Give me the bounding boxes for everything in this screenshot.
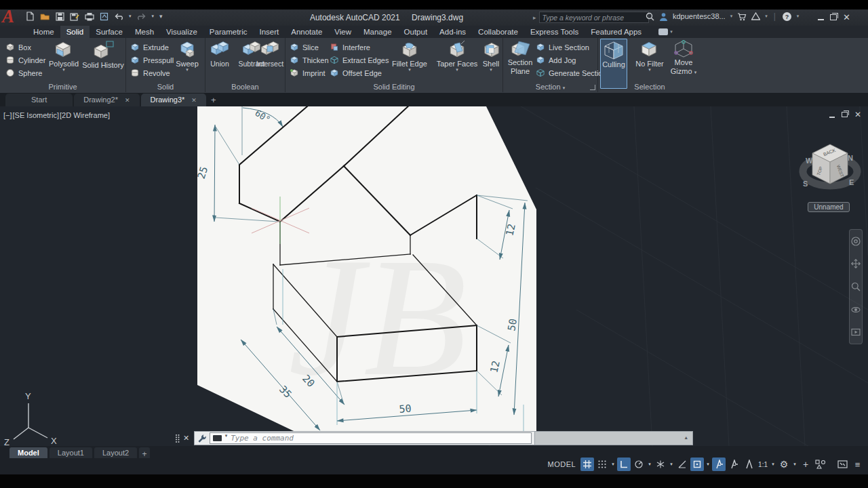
navigation-bar[interactable] bbox=[849, 229, 863, 344]
orbit-icon[interactable] bbox=[851, 305, 861, 314]
generate-section-button[interactable]: Generate Section bbox=[536, 66, 607, 79]
tab-surface[interactable]: Surface bbox=[90, 26, 129, 38]
tab-express-tools[interactable]: Express Tools bbox=[524, 26, 585, 38]
annotation-scale-icon-button[interactable] bbox=[742, 458, 755, 471]
shell-button[interactable]: Shell bbox=[479, 40, 502, 72]
panel-title-solid-editing[interactable]: Solid Editing bbox=[285, 83, 502, 91]
undo-dropdown-caret[interactable]: ▾ bbox=[129, 14, 132, 19]
command-history-area[interactable] bbox=[535, 431, 693, 445]
close-icon[interactable] bbox=[191, 94, 197, 107]
tab-collaborate[interactable]: Collaborate bbox=[472, 26, 524, 38]
help-icon[interactable]: ? bbox=[782, 12, 792, 22]
extract-edges-button[interactable]: Extract Edges bbox=[330, 54, 389, 66]
polysolid-button[interactable]: Polysolid bbox=[45, 40, 83, 72]
open-folder-icon[interactable] bbox=[40, 12, 50, 21]
revolve-button[interactable]: Revolve bbox=[130, 66, 174, 79]
section-dialog-launcher-icon[interactable] bbox=[590, 85, 595, 90]
file-tab-start[interactable]: Start bbox=[5, 94, 73, 106]
object-snap-toggle[interactable] bbox=[690, 458, 704, 471]
panel-title-section[interactable]: Section bbox=[503, 83, 597, 91]
file-tab-drawing2[interactable]: Drawing2* bbox=[74, 94, 139, 106]
no-filter-button[interactable]: No Filter bbox=[632, 40, 667, 72]
snap-dropdown-caret[interactable] bbox=[610, 462, 616, 467]
box-button[interactable]: Box bbox=[5, 41, 45, 54]
tab-model[interactable]: Model bbox=[9, 447, 47, 458]
save-icon[interactable] bbox=[56, 12, 64, 21]
qat-customize-caret[interactable]: ▾ bbox=[159, 13, 163, 20]
tab-manage[interactable]: Manage bbox=[357, 26, 398, 38]
compass-south[interactable]: S bbox=[803, 180, 808, 188]
isodraft-dropdown-caret[interactable] bbox=[669, 462, 674, 467]
close-icon[interactable]: ✕ bbox=[843, 13, 850, 22]
tab-home[interactable]: Home bbox=[27, 26, 60, 38]
viewport-collapse-control[interactable]: [−] bbox=[3, 111, 12, 119]
solid-history-button[interactable]: Solid History bbox=[81, 40, 125, 69]
restore-icon[interactable] bbox=[842, 112, 848, 117]
isolate-objects-button[interactable] bbox=[814, 458, 827, 471]
redo-dropdown-caret[interactable]: ▾ bbox=[152, 14, 155, 19]
model-space-indicator[interactable]: MODEL bbox=[547, 460, 576, 468]
move-gizmo-button[interactable]: Move Gizmo bbox=[669, 40, 698, 75]
extrude-button[interactable]: Extrude bbox=[130, 41, 174, 54]
tab-solid[interactable]: Solid bbox=[60, 26, 90, 38]
panel-title-selection[interactable]: Selection bbox=[598, 83, 701, 91]
viewcube-cube[interactable]: BACK TOP WEST bbox=[812, 144, 848, 184]
redo-icon[interactable] bbox=[137, 12, 146, 20]
taper-faces-button[interactable]: Taper Faces bbox=[435, 40, 479, 72]
live-section-button[interactable]: Live Section bbox=[536, 41, 607, 54]
view-name-badge[interactable]: Unnamed bbox=[808, 202, 850, 212]
interfere-button[interactable]: Interfere bbox=[330, 41, 389, 54]
tab-visualize[interactable]: Visualize bbox=[160, 26, 203, 38]
showmotion-icon[interactable] bbox=[851, 327, 861, 337]
tab-layout2[interactable]: Layout2 bbox=[94, 447, 137, 458]
grid-toggle[interactable] bbox=[580, 458, 594, 471]
add-jog-button[interactable]: Add Jog bbox=[536, 54, 607, 66]
search-icon[interactable] bbox=[646, 12, 654, 21]
viewport-visual-style-control[interactable]: [2D Wireframe] bbox=[60, 111, 110, 119]
customize-wrench-icon[interactable] bbox=[197, 434, 206, 443]
object-snap-tracking-toggle[interactable] bbox=[675, 458, 689, 471]
customization-plus-icon[interactable]: + bbox=[799, 458, 812, 471]
close-icon[interactable]: ✕ bbox=[183, 434, 189, 443]
tab-insert[interactable]: Insert bbox=[253, 26, 285, 38]
new-layout-button[interactable] bbox=[139, 447, 150, 458]
search-input[interactable]: Type a keyword or phrase bbox=[539, 12, 649, 23]
help-dropdown-caret[interactable]: ▾ bbox=[797, 14, 800, 19]
tab-parametric[interactable]: Parametric bbox=[203, 26, 254, 38]
offset-edge-button[interactable]: Offset Edge bbox=[330, 66, 389, 79]
minimize-icon[interactable] bbox=[829, 112, 835, 118]
osnap-dropdown-caret[interactable] bbox=[705, 462, 711, 467]
compass-west[interactable]: W bbox=[806, 157, 813, 165]
navigation-wheel-icon[interactable] bbox=[851, 237, 861, 246]
scale-dropdown-caret[interactable] bbox=[770, 462, 776, 467]
new-file-icon[interactable] bbox=[26, 12, 35, 21]
polar-dropdown-caret[interactable] bbox=[647, 462, 652, 467]
ortho-toggle[interactable] bbox=[617, 458, 631, 471]
presspull-button[interactable]: Presspull bbox=[130, 54, 174, 66]
health-alert-icon[interactable] bbox=[751, 12, 760, 20]
intersect-button[interactable]: Intersect bbox=[254, 40, 285, 68]
save-as-icon[interactable] bbox=[70, 12, 79, 21]
command-prompt-icon[interactable] bbox=[213, 435, 222, 441]
union-button[interactable]: Union bbox=[208, 40, 232, 68]
autoscale-toggle[interactable] bbox=[727, 458, 741, 471]
section-plane-button[interactable]: Section Plane bbox=[506, 40, 534, 75]
thicken-button[interactable]: Thicken bbox=[290, 54, 329, 66]
annotation-scale-value[interactable]: 1:1 bbox=[757, 461, 769, 468]
command-drag-handle[interactable] bbox=[175, 434, 180, 443]
sphere-button[interactable]: Sphere bbox=[5, 66, 45, 79]
workspace-gear-icon[interactable]: ⚙ bbox=[777, 458, 791, 471]
cylinder-button[interactable]: Cylinder bbox=[5, 54, 45, 66]
tab-featured-apps[interactable]: Featured Apps bbox=[585, 26, 648, 38]
ribbon-display-button[interactable]: ▾ bbox=[656, 26, 675, 38]
sweep-button[interactable]: Sweep bbox=[172, 40, 203, 72]
compass-east[interactable]: E bbox=[849, 178, 854, 186]
user-dropdown-caret[interactable]: ▾ bbox=[730, 14, 733, 19]
tab-output[interactable]: Output bbox=[398, 26, 434, 38]
file-tab-drawing3[interactable]: Drawing3* bbox=[141, 94, 206, 106]
fillet-edge-button[interactable]: Fillet Edge bbox=[387, 40, 432, 72]
signed-in-user[interactable]: kdpuentesc38... bbox=[673, 12, 726, 20]
compass-north[interactable]: N bbox=[848, 154, 853, 162]
drawing-canvas[interactable]: JB bbox=[0, 106, 868, 446]
panel-title-primitive[interactable]: Primitive bbox=[0, 83, 125, 91]
